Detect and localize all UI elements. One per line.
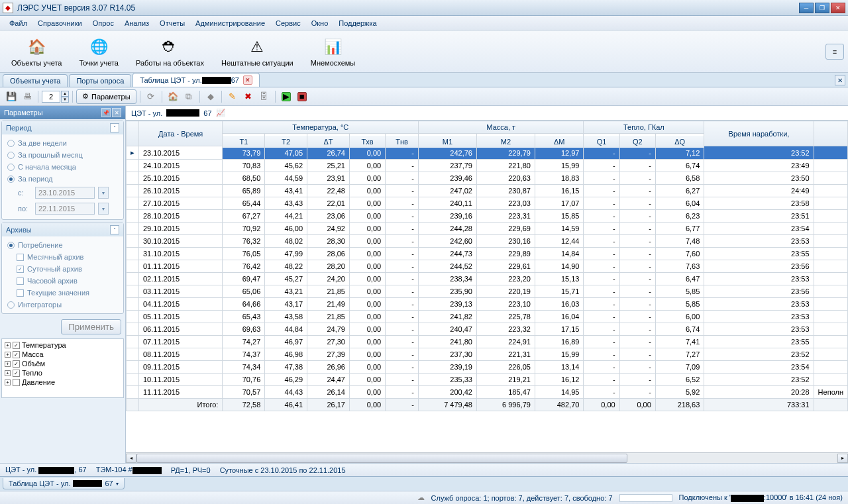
home-icon[interactable]: 🏠 [166,89,180,104]
table-row[interactable]: 11.11.201570,5744,4326,140,00-200,42185,… [127,386,848,399]
menu-анализ[interactable]: Анализ [119,16,154,30]
period-radio-1[interactable]: За прошлый месяц [7,149,118,161]
apply-button[interactable]: Применить [61,319,121,334]
page-spinner[interactable]: ▲▼ [42,91,69,103]
date-to-input[interactable] [35,203,95,215]
refresh-icon[interactable]: ⟳ [144,89,158,104]
table-row[interactable]: 09.11.201574,3447,3826,960,00-239,19226,… [127,361,848,374]
table-row[interactable]: 08.11.201574,3746,9827,390,00-237,30221,… [127,348,848,361]
table-row[interactable]: 25.10.201568,5044,5923,910,00-239,46220,… [127,172,848,185]
table-row[interactable]: 06.11.201569,6344,8424,790,00-240,47223,… [127,323,848,336]
pin-icon[interactable]: 📌 [101,108,111,117]
col-ΔM[interactable]: ΔM [535,135,584,148]
menu-администрирование[interactable]: Администрирование [190,16,270,30]
expand-icon[interactable]: + [5,370,11,376]
tree-item-3[interactable]: +Тепло [3,368,122,378]
maximize-button[interactable]: ❐ [815,3,829,13]
toolbar-btn-4[interactable]: 📊Мнемосхемы [303,32,363,71]
table-row[interactable]: 10.11.201570,7646,2924,470,00-235,33219,… [127,374,848,386]
toolbar-options-button[interactable]: ≡ [825,44,844,60]
table-row[interactable]: ▸23.10.201573,7947,0526,740,00-242,76229… [127,146,848,160]
horizontal-scrollbar[interactable]: ◂ ▸ [126,452,848,463]
scroll-left-icon[interactable]: ◂ [126,454,136,463]
toolbar-btn-1[interactable]: 🌐Точки учета [72,32,126,71]
expand-icon[interactable]: + [5,342,11,348]
col-T1[interactable]: T1 [223,135,265,148]
minimize-button[interactable]: ─ [799,3,814,13]
menu-отчеты[interactable]: Отчеты [154,16,190,30]
col-ΔQ[interactable]: ΔQ [655,135,704,148]
col-Tхв[interactable]: Tхв [349,135,385,148]
run-icon[interactable]: ▶ [279,89,293,104]
period-panel-header[interactable]: Период˄ [2,121,123,134]
menu-окно[interactable]: Окно [306,16,334,30]
expand-icon[interactable]: + [5,361,11,367]
tab-close-icon[interactable]: ✕ [243,76,252,85]
page-number-input[interactable] [42,91,60,103]
tab-2[interactable]: Таблица ЦЭТ - ул. 67✕ [132,73,260,87]
col-date[interactable]: Дата - Время [139,121,223,146]
tab-0[interactable]: Объекты учета [3,74,68,87]
tree-item-2[interactable]: +Объём [3,359,122,368]
col-T2[interactable]: T2 [265,135,307,148]
table-row[interactable]: 03.11.201565,0643,2121,850,00-235,90220,… [127,285,848,298]
tree-item-1[interactable]: +Масса [3,350,122,359]
menu-поддержка[interactable]: Поддержка [333,16,382,30]
copy-icon[interactable]: ⧉ [182,89,196,104]
col-Q1[interactable]: Q1 [584,135,619,148]
col-Q2[interactable]: Q2 [619,135,655,148]
expand-icon[interactable]: + [5,379,11,385]
spin-down[interactable]: ▼ [61,97,69,103]
table-row[interactable]: 07.11.201574,2746,9727,300,00-241,80224,… [127,336,848,348]
toolbar-btn-3[interactable]: ⚠Нештатные ситуации [214,32,301,71]
col-Tнв[interactable]: Tнв [386,135,419,148]
print-icon[interactable]: 🖶 [20,89,34,104]
archives-panel-header[interactable]: Архивы˄ [2,223,123,236]
scroll-thumb[interactable] [136,454,627,463]
menu-опрос[interactable]: Опрос [87,16,119,30]
table-row[interactable]: 05.11.201565,4343,5821,850,00-241,82225,… [127,311,848,323]
archive-check-0[interactable]: Месячный архив [17,251,118,263]
bottom-tab-item[interactable]: Таблица ЦЭТ - ул. 67 ▾ [3,478,125,489]
spin-up[interactable]: ▲ [61,91,69,97]
parameters-button[interactable]: ⚙Параметры [76,89,136,104]
export-icon[interactable]: ◆ [203,89,218,104]
menu-файл[interactable]: Файл [4,16,32,30]
table-row[interactable]: 29.10.201570,9246,0024,920,00-244,28229,… [127,223,848,235]
save-icon[interactable]: 💾 [4,89,19,104]
expand-icon[interactable]: + [5,352,11,358]
tree-item-4[interactable]: +Давление [3,378,122,387]
menu-сервис[interactable]: Сервис [270,16,306,30]
table-row[interactable]: 28.10.201567,2744,2123,060,00-239,16223,… [127,210,848,223]
table-row[interactable]: 24.10.201570,8345,6225,210,00-237,79221,… [127,160,848,172]
period-radio-3[interactable]: За период [7,173,118,185]
close-all-tabs-button[interactable]: ✕ [835,75,845,85]
tree-item-0[interactable]: +Температура [3,340,122,350]
period-radio-2[interactable]: С начала месяца [7,161,118,173]
col-runtime[interactable]: Время наработки, [704,121,814,146]
radio-integrators[interactable]: Интеграторы [7,299,118,311]
stop-icon[interactable]: ■ [295,89,309,104]
archive-check-2[interactable]: Часовой архив [17,275,118,287]
col-M1[interactable]: M1 [419,135,477,148]
edit-icon[interactable]: ✎ [225,89,240,104]
toolbar-btn-0[interactable]: 🏠Объекты учета [4,32,69,71]
sidebar-close-icon[interactable]: ✕ [112,108,121,117]
table-row[interactable]: 01.11.201576,4248,2228,200,00-244,52229,… [127,260,848,273]
close-button[interactable]: ✕ [831,3,845,13]
toolbar-btn-2[interactable]: ⛑Работы на объектах [129,32,211,71]
table-row[interactable]: 31.10.201576,0547,9928,060,00-244,73229,… [127,248,848,260]
archive-icon[interactable]: 🗄 [257,89,272,104]
archive-check-1[interactable]: Суточный архив [17,263,118,275]
period-radio-0[interactable]: За две недели [7,137,118,149]
tab-1[interactable]: Порты опроса [69,74,131,87]
table-row[interactable]: 04.11.201564,6643,1721,490,00-239,13223,… [127,298,848,311]
table-row[interactable]: 26.10.201565,8943,4122,480,00-247,02230,… [127,185,848,197]
date-from-dropdown[interactable]: ▾ [98,187,109,199]
date-from-input[interactable] [35,187,95,199]
table-row[interactable]: 02.11.201569,4745,2724,200,00-238,34223,… [127,273,848,285]
col-ΔT[interactable]: ΔT [307,135,350,148]
menu-справочники[interactable]: Справочники [32,16,87,30]
col-M2[interactable]: M2 [476,135,535,148]
delete-icon[interactable]: ✖ [241,89,256,104]
